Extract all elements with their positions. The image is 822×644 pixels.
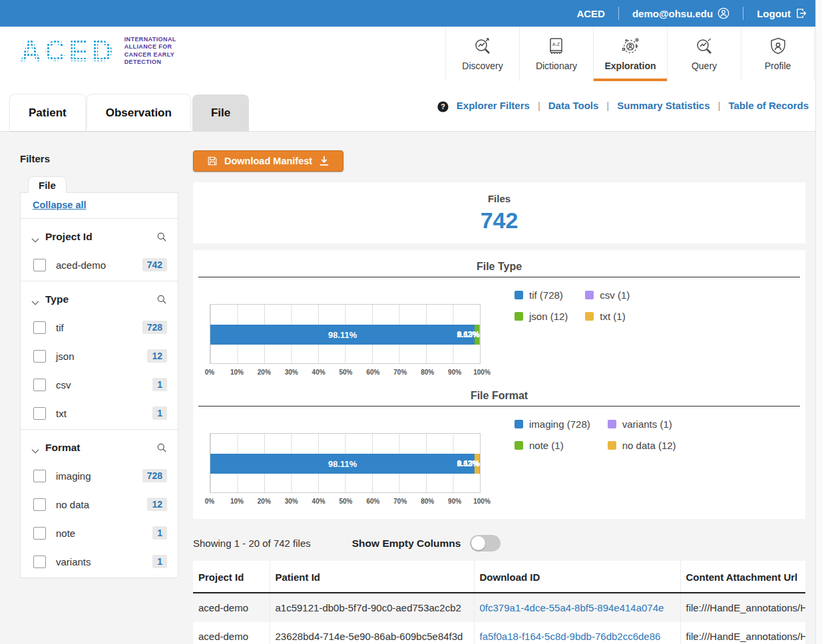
filter-checkbox[interactable] xyxy=(33,407,46,420)
legend-item: variants (1) xyxy=(608,418,676,430)
nav-item-label: Query xyxy=(692,61,717,71)
nav-item-query[interactable]: Query xyxy=(667,27,741,81)
nav-item-profile[interactable]: Profile xyxy=(741,27,815,81)
svg-text:?: ? xyxy=(441,102,445,110)
aced-logo[interactable]: ACED INTERNATIONAL ALLIANCE FOR CANCER E… xyxy=(20,36,176,66)
filter-section-header[interactable]: Format xyxy=(31,442,167,454)
filter-option-imaging[interactable]: imaging728 xyxy=(33,469,167,482)
filter-option-aced-demo[interactable]: aced-demo742 xyxy=(33,258,167,271)
search-icon[interactable] xyxy=(156,232,167,242)
user-email-label: demo@ohsu.edu xyxy=(632,8,713,19)
axis-tick-label: 30% xyxy=(285,369,298,376)
filter-option-count: 742 xyxy=(142,258,167,271)
nav-item-label: Exploration xyxy=(604,61,656,71)
chart-body: 98.11%1.62%0.13%0.13%0%10%20%30%40%50%60… xyxy=(193,277,805,383)
collapse-all-link[interactable]: Collapse all xyxy=(21,193,178,218)
link-separator: | xyxy=(538,100,540,111)
bar-segment-imaging[interactable]: 98.11% xyxy=(210,454,475,474)
legend-item: csv (1) xyxy=(585,289,630,301)
bar-segment-txt[interactable] xyxy=(479,325,480,345)
user-email-link[interactable]: demo@ohsu.edu xyxy=(632,7,729,19)
filter-option-no-data[interactable]: no data12 xyxy=(33,498,167,511)
legend-swatch xyxy=(514,441,523,450)
show-empty-columns-toggle[interactable] xyxy=(470,535,501,552)
filter-option-variants[interactable]: variants1 xyxy=(33,555,167,568)
filter-checkbox[interactable] xyxy=(33,259,46,271)
legend-swatch xyxy=(585,312,594,321)
filter-option-label: imaging xyxy=(56,470,142,482)
toolbar-link-summary-statistics[interactable]: Summary Statistics xyxy=(617,100,710,111)
files-summary-label: Files xyxy=(488,193,511,204)
column-header-download-id[interactable]: Download ID xyxy=(474,561,680,593)
axis-tick-label: 40% xyxy=(312,369,325,376)
column-header-patient-id[interactable]: Patient Id xyxy=(270,561,474,593)
chart-title: File Format xyxy=(193,390,805,402)
table-row: aced-demoa1c59121-db0b-5f7d-90c0-aed753a… xyxy=(193,593,805,622)
profile-shield-icon xyxy=(768,37,788,57)
download-id-link[interactable]: fa5f0a18-f164-5c8d-9bdb-76db2cc6de86 xyxy=(474,622,680,644)
filter-checkbox[interactable] xyxy=(33,556,46,568)
table-cell: aced-demo xyxy=(193,622,270,644)
chart-body: 98.11%1.62%0.13%0.13%0%10%20%30%40%50%60… xyxy=(193,406,805,512)
logout-button[interactable]: Logout xyxy=(757,7,807,19)
axis-tick-label: 90% xyxy=(448,369,461,376)
axis-tick-label: 100% xyxy=(473,498,491,505)
nav-item-discovery[interactable]: Discovery xyxy=(445,27,519,81)
filter-option-count: 728 xyxy=(142,469,167,482)
filter-option-csv[interactable]: csv1 xyxy=(33,378,167,391)
filter-checkbox[interactable] xyxy=(33,379,46,391)
legend-swatch xyxy=(585,291,594,299)
legend-label: json (12) xyxy=(529,311,568,322)
axis-tick-label: 10% xyxy=(230,498,244,505)
axis-tick-label: 80% xyxy=(421,498,434,505)
question-icon[interactable]: ? xyxy=(437,101,449,112)
filter-checkbox[interactable] xyxy=(33,470,46,482)
axis-tick-label: 70% xyxy=(393,498,407,505)
search-icon[interactable] xyxy=(156,442,167,453)
toolbar-link-table-of-records[interactable]: Table of Records xyxy=(728,100,809,111)
table-cell: 23628bd4-714e-5e90-86ab-609bc5e84f3d xyxy=(270,622,474,644)
topbar-brand-link[interactable]: ACED xyxy=(576,8,605,19)
filter-option-note[interactable]: note1 xyxy=(33,526,167,540)
download-id-link[interactable]: 0fc379a1-4dce-55a4-8bf5-894e414a074e xyxy=(474,593,680,622)
nav-item-dictionary[interactable]: A-ZDictionary xyxy=(519,27,593,81)
axis-tick-label: 10% xyxy=(230,369,244,376)
download-manifest-button[interactable]: Download Manifest xyxy=(193,150,343,172)
chevron-down-icon xyxy=(31,297,39,303)
search-icon[interactable] xyxy=(156,294,167,305)
filter-option-json[interactable]: json12 xyxy=(33,349,167,363)
filters-file-tab[interactable]: File xyxy=(28,176,67,193)
legend-label: no data (12) xyxy=(622,440,676,451)
filter-option-tif[interactable]: tif728 xyxy=(33,321,167,334)
toolbar-link-data-tools[interactable]: Data Tools xyxy=(548,100,599,111)
filter-section-header[interactable]: Project Id xyxy=(31,231,167,243)
filter-checkbox[interactable] xyxy=(33,527,46,540)
bar-segment-variants[interactable] xyxy=(479,454,480,474)
filter-section-header[interactable]: Type xyxy=(31,293,167,305)
legend-item: no data (12) xyxy=(608,440,676,451)
svg-text:A-Z: A-Z xyxy=(552,42,560,47)
stacked-bar: 98.11%1.62%0.13%0.13% xyxy=(210,454,480,474)
nav-item-exploration[interactable]: Exploration xyxy=(593,27,667,81)
topbar-brand-label: ACED xyxy=(576,8,605,19)
filter-option-count: 1 xyxy=(152,406,167,420)
chart-plot-area: 98.11%1.62%0.13%0.13%0%10%20%30%40%50%60… xyxy=(210,406,489,508)
filter-option-txt[interactable]: txt1 xyxy=(33,406,167,420)
aced-logo-subtitle: INTERNATIONAL ALLIANCE FOR CANCER EARLY … xyxy=(124,36,176,66)
tab-observation[interactable]: Observation xyxy=(87,94,190,131)
filter-checkbox[interactable] xyxy=(33,321,46,334)
filter-section-type: Typetif728json12csv1txt1 xyxy=(21,281,178,429)
filter-checkbox[interactable] xyxy=(33,350,46,363)
records-table-card: Project IdPatient IdDownload IDContent A… xyxy=(193,561,805,644)
table-cell: aced-demo xyxy=(193,593,270,622)
tab-file[interactable]: File xyxy=(192,94,249,131)
toolbar-link-explorer-filters[interactable]: Explorer Filters xyxy=(457,100,530,111)
page-scrollbar[interactable] xyxy=(815,0,822,644)
filter-checkbox[interactable] xyxy=(33,498,46,511)
filter-option-count: 1 xyxy=(152,555,167,568)
tab-patient[interactable]: Patient xyxy=(10,94,85,131)
column-header-content-attachment-url[interactable]: Content Attachment Url xyxy=(680,561,805,593)
legend-label: csv (1) xyxy=(600,289,630,301)
column-header-project-id[interactable]: Project Id xyxy=(193,561,270,593)
bar-segment-tif[interactable]: 98.11% xyxy=(210,325,475,345)
